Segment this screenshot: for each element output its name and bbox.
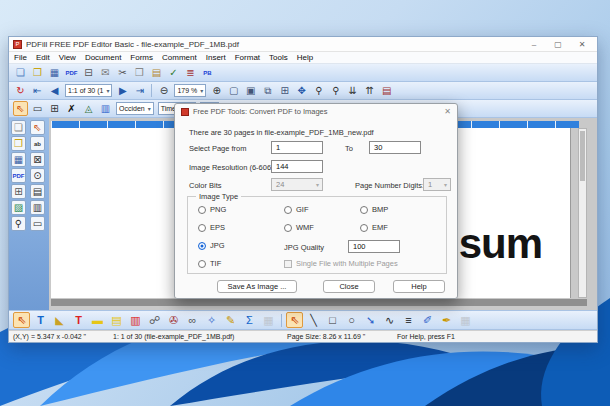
magnify-in-icon[interactable]: ⚲ xyxy=(311,83,326,98)
radio-png[interactable]: PNG xyxy=(198,205,226,214)
minimize-icon[interactable]: – xyxy=(529,40,539,49)
open-folder-icon[interactable]: ❐ xyxy=(30,65,45,80)
radio-tif[interactable]: TIF xyxy=(198,259,221,268)
print-icon[interactable]: ⊟ xyxy=(81,65,96,80)
fit-visible-icon[interactable]: ⧉ xyxy=(260,83,275,98)
fill-color-icon[interactable]: ✒ xyxy=(438,312,455,328)
text-insert-icon[interactable]: T xyxy=(32,312,49,328)
radio-bmp[interactable]: BMP xyxy=(360,205,388,214)
link-icon[interactable]: ∞ xyxy=(184,312,201,328)
draw-line-icon[interactable]: ╲ xyxy=(305,312,322,328)
image-preview-icon[interactable]: ▨ xyxy=(11,200,26,215)
draw-arrow-icon[interactable]: ➘ xyxy=(362,312,379,328)
open-folder-icon[interactable]: ❐ xyxy=(11,136,26,151)
export-pdf-icon[interactable]: PDF xyxy=(64,65,79,80)
page-number-digits-select[interactable]: 1 xyxy=(423,178,451,191)
vertical-scrollbar[interactable] xyxy=(578,128,587,298)
dialog-close-icon[interactable]: ✕ xyxy=(444,107,451,116)
collapse-toolbars-icon[interactable]: ⇊ xyxy=(345,83,360,98)
radio-emf[interactable]: EMF xyxy=(360,223,388,232)
delete-object-icon[interactable]: ✗ xyxy=(64,101,79,116)
previous-page-icon[interactable]: ◀ xyxy=(47,83,62,98)
last-page-icon[interactable]: ⇥ xyxy=(132,83,147,98)
color-bits-select[interactable]: 24 xyxy=(271,178,323,191)
form-list-icon[interactable]: ≣ xyxy=(183,65,198,80)
maximize-icon[interactable]: ▢ xyxy=(553,40,563,49)
page-thumbnails-icon[interactable]: ⊞ xyxy=(11,184,26,199)
help-button[interactable]: Help xyxy=(393,280,445,293)
save-drawing-icon[interactable]: ▦ xyxy=(457,312,474,328)
menu-edit[interactable]: Edit xyxy=(36,53,50,62)
menu-view[interactable]: View xyxy=(59,53,76,62)
radio-wmf[interactable]: WMF xyxy=(284,223,314,232)
zoom-level-dropdown[interactable]: 179 % xyxy=(174,84,206,97)
connector-icon[interactable]: ✧ xyxy=(203,312,220,328)
sticky-note-icon[interactable]: ▤ xyxy=(108,312,125,328)
menu-file[interactable]: File xyxy=(14,53,27,62)
pan-tool-icon[interactable]: ✥ xyxy=(294,83,309,98)
new-document-icon[interactable]: ❏ xyxy=(11,120,26,135)
zoom-in-icon[interactable]: ⊕ xyxy=(209,83,224,98)
line-thickness-icon[interactable]: ≡ xyxy=(400,312,417,328)
magnify-out-icon[interactable]: ⚲ xyxy=(328,83,343,98)
expand-toolbars-icon[interactable]: ⇈ xyxy=(362,83,377,98)
save-icon[interactable]: ▦ xyxy=(47,65,62,80)
horizontal-scrollbar[interactable] xyxy=(51,299,587,306)
push-button-field-icon[interactable]: ▭ xyxy=(30,216,45,231)
stamp-pad-icon[interactable]: ▦ xyxy=(260,312,277,328)
paste-icon[interactable]: ▤ xyxy=(149,65,164,80)
table-field-icon[interactable]: ⊞ xyxy=(47,101,62,116)
pdf-export-icon[interactable]: PDF xyxy=(11,168,26,183)
list-field-icon[interactable]: ▥ xyxy=(30,200,45,215)
save-as-image-button[interactable]: Save As Image ... xyxy=(217,280,297,293)
text-box-icon[interactable]: T xyxy=(70,312,87,328)
font-family-dropdown[interactable]: Occiden xyxy=(116,102,154,115)
refresh-icon[interactable]: ↻ xyxy=(13,83,28,98)
menu-help[interactable]: Help xyxy=(297,53,313,62)
zoom-out-icon[interactable]: ⊖ xyxy=(156,83,171,98)
radio-jpg[interactable]: JPG xyxy=(198,241,225,250)
jpg-quality-input[interactable]: 100 xyxy=(348,240,400,253)
radio-field-icon[interactable]: ⊙ xyxy=(30,168,45,183)
close-icon[interactable]: ✕ xyxy=(577,40,587,49)
menu-comment[interactable]: Comment xyxy=(162,53,197,62)
draw-rectangle-icon[interactable]: □ xyxy=(324,312,341,328)
single-line-field-icon[interactable]: ▭ xyxy=(30,101,45,116)
video-comment-icon[interactable]: ✇ xyxy=(165,312,182,328)
close-button[interactable]: Close xyxy=(323,280,375,293)
comment-pointer-icon[interactable]: ⇖ xyxy=(13,312,30,328)
highlight-icon[interactable]: ▬ xyxy=(89,312,106,328)
highlight-pen-icon[interactable]: ✐ xyxy=(419,312,436,328)
zoom-search-icon[interactable]: ⚲ xyxy=(11,216,26,231)
form-select-pointer-icon[interactable]: ⇖ xyxy=(30,120,45,135)
attach-file-icon[interactable]: ☍ xyxy=(146,312,163,328)
radio-eps[interactable]: EPS xyxy=(198,223,225,232)
select-page-from-input[interactable]: 1 xyxy=(271,141,323,154)
fit-width-icon[interactable]: ▢ xyxy=(226,83,241,98)
pencil-icon[interactable]: ✎ xyxy=(222,312,239,328)
menu-format[interactable]: Format xyxy=(235,53,260,62)
fit-page-icon[interactable]: ▣ xyxy=(243,83,258,98)
text-field-icon[interactable]: ab xyxy=(30,136,45,151)
pdfill-pb-icon[interactable]: PB xyxy=(200,65,215,80)
comment-box-icon[interactable]: ▥ xyxy=(127,312,144,328)
spell-check-icon[interactable]: ✓ xyxy=(166,65,181,80)
menu-forms[interactable]: Forms xyxy=(130,53,153,62)
cut-icon[interactable]: ✂ xyxy=(115,65,130,80)
vertical-scrollbar-thumb[interactable] xyxy=(580,131,585,181)
first-page-icon[interactable]: ⇤ xyxy=(30,83,45,98)
draw-ellipse-icon[interactable]: ○ xyxy=(343,312,360,328)
email-image-icon[interactable]: ✉ xyxy=(98,65,113,80)
menu-tools[interactable]: Tools xyxy=(269,53,288,62)
copy-icon[interactable]: ❒ xyxy=(132,65,147,80)
insert-chart-icon[interactable]: ▥ xyxy=(98,101,113,116)
next-page-icon[interactable]: ▶ xyxy=(115,83,130,98)
combo-field-icon[interactable]: ▤ xyxy=(30,184,45,199)
image-resolution-input[interactable]: 144 xyxy=(271,160,323,173)
menu-document[interactable]: Document xyxy=(85,53,121,62)
summation-icon[interactable]: Σ xyxy=(241,312,258,328)
thumbnails-icon[interactable]: ⊞ xyxy=(277,83,292,98)
draw-curve-icon[interactable]: ∿ xyxy=(381,312,398,328)
single-file-checkbox[interactable]: Single File with Multiple Pages xyxy=(284,259,398,268)
page-select-dropdown[interactable]: 1:1 of 30 (1 xyxy=(65,84,112,97)
